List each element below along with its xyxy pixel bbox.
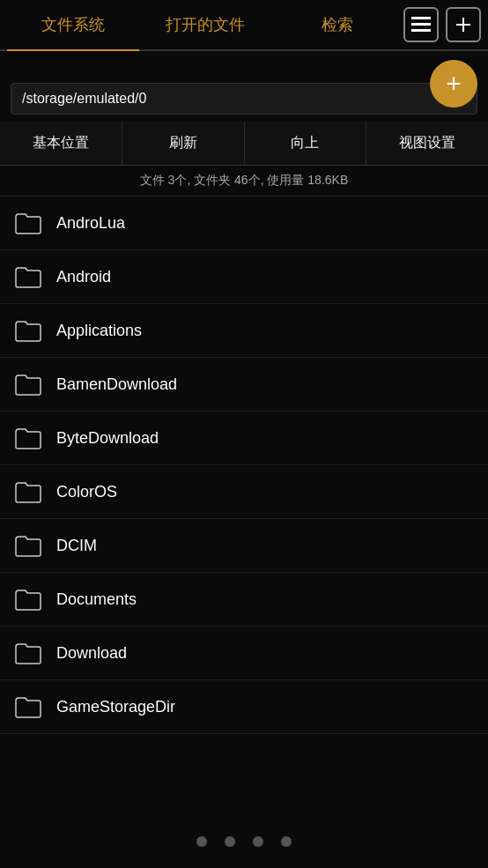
list-item[interactable]: Applications (0, 304, 488, 358)
list-item[interactable]: Download (0, 627, 488, 680)
file-name: AndroLua (56, 214, 125, 233)
list-item[interactable]: ColorOS (0, 465, 488, 519)
toolbar-up[interactable]: 向上 (245, 122, 367, 165)
page-dot-3[interactable] (253, 836, 263, 847)
path-area: /storage/emulated/0 + (0, 51, 488, 122)
top-icons (403, 7, 481, 42)
file-name: BamenDownload (56, 375, 177, 394)
info-bar: 文件 3个, 文件夹 46个, 使用量 18.6KB (0, 166, 488, 197)
path-bar[interactable]: /storage/emulated/0 (11, 83, 477, 115)
tab-open-files[interactable]: 打开的文件 (139, 0, 271, 49)
tab-search[interactable]: 检索 (271, 0, 403, 49)
page-dot-1[interactable] (196, 836, 207, 847)
list-view-icon[interactable] (403, 7, 439, 42)
tab-filesystem[interactable]: 文件系统 (7, 0, 139, 49)
file-name: Applications (56, 322, 142, 340)
svg-rect-4 (456, 24, 470, 26)
svg-rect-1 (411, 23, 431, 26)
file-name: Android (56, 268, 111, 286)
list-item[interactable]: AndroLua (0, 197, 488, 250)
top-tabs: 文件系统 打开的文件 检索 (0, 0, 488, 51)
svg-rect-0 (411, 17, 431, 19)
svg-rect-2 (411, 29, 431, 32)
list-item[interactable]: BamenDownload (0, 358, 488, 412)
file-list: AndroLua Android Applications BamenDownl… (0, 197, 488, 814)
page-dot-2[interactable] (225, 836, 235, 847)
toolbar: 基本位置 刷新 向上 视图设置 (0, 122, 488, 166)
list-item[interactable]: ByteDownload (0, 412, 488, 465)
list-item[interactable]: GameStorageDir (0, 680, 488, 734)
list-item[interactable]: Documents (0, 573, 488, 627)
file-name: GameStorageDir (56, 698, 175, 716)
add-tab-icon[interactable] (446, 7, 481, 42)
file-name: ColorOS (56, 483, 117, 501)
page-dot-4[interactable] (281, 836, 292, 847)
list-item[interactable]: Android (0, 250, 488, 304)
file-name: DCIM (56, 537, 97, 555)
list-item[interactable]: DCIM (0, 519, 488, 573)
toolbar-refresh[interactable]: 刷新 (122, 122, 245, 165)
toolbar-base[interactable]: 基本位置 (0, 122, 122, 165)
fab-add-button[interactable]: + (430, 60, 477, 108)
file-name: Download (56, 644, 127, 663)
bottom-dots (0, 815, 488, 868)
toolbar-view[interactable]: 视图设置 (366, 122, 488, 165)
file-name: ByteDownload (56, 429, 159, 448)
file-name: Documents (56, 590, 137, 609)
